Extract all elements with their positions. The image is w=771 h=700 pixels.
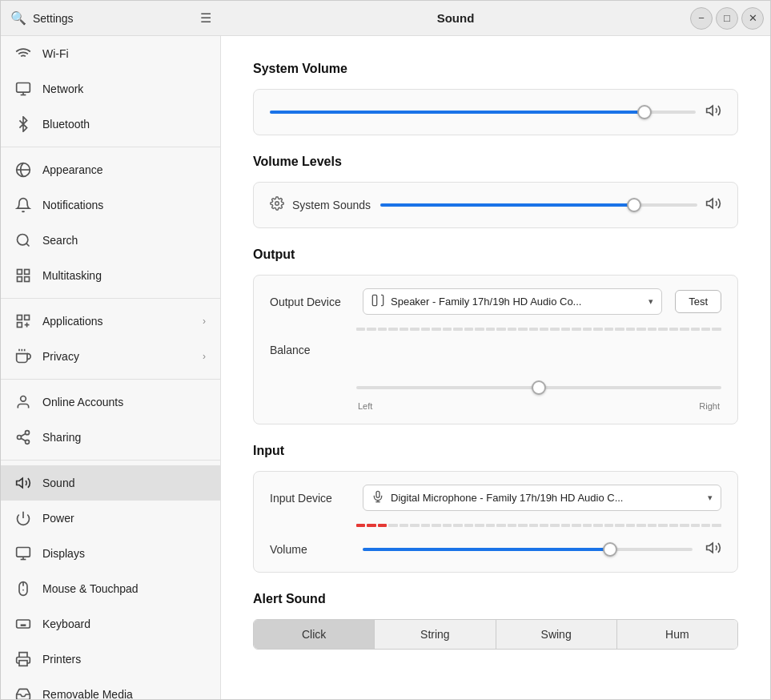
input-level-meter (356, 521, 721, 530)
power-icon (15, 510, 31, 526)
output-device-label: Output Device (270, 296, 350, 308)
input-meter-dash (400, 524, 408, 527)
svg-line-23 (21, 438, 26, 441)
sidebar-item-printers[interactable]: Printers (1, 642, 220, 677)
sidebar-item-wifi[interactable]: Wi-Fi (1, 36, 220, 71)
meter-dash (496, 328, 505, 331)
meter-dash (572, 328, 580, 331)
volume-mute-icon[interactable] (705, 103, 721, 122)
svg-point-19 (21, 396, 26, 402)
sidebar-item-search-label: Search (42, 234, 78, 247)
input-meter-dash (421, 524, 430, 527)
meter-dash (691, 328, 700, 331)
input-volume-thumb[interactable] (603, 542, 617, 557)
sidebar-item-online-accounts[interactable]: Online Accounts (1, 384, 220, 420)
input-volume-slider[interactable] (363, 540, 693, 559)
sidebar-item-appearance-label: Appearance (42, 163, 103, 176)
titlebar-title: Sound (221, 11, 690, 25)
svg-rect-9 (18, 277, 22, 282)
system-volume-slider[interactable] (270, 103, 696, 122)
sidebar-item-sharing[interactable]: Sharing (1, 420, 220, 455)
sounds-thumb[interactable] (627, 198, 641, 212)
divider-3 (1, 379, 220, 380)
titlebar: 🔍 Settings ☰ Sound − □ ✕ (1, 1, 770, 36)
meter-dash (410, 328, 419, 331)
meter-dash (486, 328, 495, 331)
test-button[interactable]: Test (675, 290, 721, 313)
input-device-label: Input Device (270, 492, 350, 505)
meter-dash (604, 328, 613, 331)
privacy-arrow: › (203, 351, 206, 362)
content-area: Wi-Fi Network Bluetooth Appearance (1, 36, 770, 699)
volume-thumb[interactable] (637, 105, 652, 119)
sidebar-item-notifications[interactable]: Notifications (1, 187, 220, 223)
input-meter-dash (636, 524, 645, 527)
sidebar-item-applications[interactable]: Applications › (1, 304, 220, 339)
output-title: Output (253, 247, 738, 262)
sidebar-item-appearance[interactable]: Appearance (1, 152, 220, 187)
meter-dash (583, 328, 592, 331)
input-volume-icon[interactable] (705, 540, 721, 559)
input-device-select[interactable]: Digital Microphone - Family 17h/19h HD A… (363, 485, 721, 511)
svg-line-6 (26, 243, 30, 247)
menu-icon[interactable]: ☰ (200, 10, 211, 26)
sidebar-item-privacy-label: Privacy (42, 350, 79, 363)
sidebar-item-displays[interactable]: Displays (1, 536, 220, 571)
input-device-icon (371, 490, 384, 505)
minimize-button[interactable]: − (690, 7, 713, 30)
sidebar-item-power-label: Power (42, 512, 74, 525)
sidebar-item-multitasking[interactable]: Multitasking (1, 258, 220, 293)
sidebar-item-bluetooth[interactable]: Bluetooth (1, 107, 220, 142)
sidebar-item-privacy[interactable]: Privacy › (1, 339, 220, 374)
removable-media-icon (15, 686, 31, 699)
system-volume-row (270, 103, 721, 122)
sidebar-item-power[interactable]: Power (1, 501, 220, 536)
meter-dash (701, 328, 710, 331)
output-device-row: Output Device Speaker - Family 17h/19h H… (270, 288, 721, 315)
main-content: System Volume Volume Levels (221, 36, 770, 699)
input-meter-dash (572, 524, 580, 527)
sounds-volume-icon[interactable] (705, 195, 721, 215)
alert-tab-hum[interactable]: Hum (617, 620, 737, 649)
sounds-fill (380, 203, 634, 207)
sidebar-item-keyboard-label: Keyboard (42, 618, 90, 630)
alert-tab-swing[interactable]: Swing (496, 620, 617, 649)
meter-dash (712, 328, 721, 331)
sidebar-item-search[interactable]: Search (1, 223, 220, 258)
input-meter-dash (388, 524, 397, 527)
svg-marker-42 (707, 199, 713, 208)
meter-dash (378, 328, 387, 331)
displays-icon (15, 545, 31, 561)
alert-tab-string[interactable]: String (375, 620, 496, 649)
output-device-chevron: ▾ (649, 296, 653, 307)
input-meter-dash (475, 524, 484, 527)
system-volume-card (253, 89, 738, 135)
balance-label: Balance (270, 344, 350, 356)
meter-dash (648, 328, 657, 331)
system-sounds-slider[interactable] (380, 195, 697, 215)
privacy-icon (15, 348, 31, 364)
balance-slider[interactable] (356, 376, 721, 400)
output-level-meter (356, 324, 721, 334)
input-device-row: Input Device Digital Microphone - Family… (270, 485, 721, 511)
output-device-select[interactable]: Speaker - Family 17h/19h HD Audio Co... … (363, 288, 662, 315)
input-meter-dash (648, 524, 657, 527)
meter-dash (561, 328, 570, 331)
svg-point-22 (26, 440, 30, 444)
balance-thumb[interactable] (532, 380, 546, 395)
sidebar-item-sound[interactable]: Sound (1, 465, 220, 501)
close-button[interactable]: ✕ (741, 7, 764, 30)
alert-tab-click[interactable]: Click (254, 620, 375, 649)
sidebar-item-mouse-touchpad[interactable]: Mouse & Touchpad (1, 571, 220, 606)
sidebar-item-keyboard[interactable]: Keyboard (1, 606, 220, 642)
sidebar-item-removable-media[interactable]: Removable Media (1, 677, 220, 699)
input-meter-dash (701, 524, 710, 527)
settings-window: 🔍 Settings ☰ Sound − □ ✕ Wi-Fi Ne (0, 0, 771, 700)
sidebar-item-bluetooth-label: Bluetooth (42, 118, 90, 131)
sidebar-item-network[interactable]: Network (1, 71, 220, 107)
online-accounts-icon (15, 394, 31, 410)
input-device-chevron: ▾ (708, 493, 713, 503)
maximize-button[interactable]: □ (716, 7, 738, 30)
input-meter-dash (658, 524, 667, 527)
input-meter-dash (432, 524, 440, 527)
